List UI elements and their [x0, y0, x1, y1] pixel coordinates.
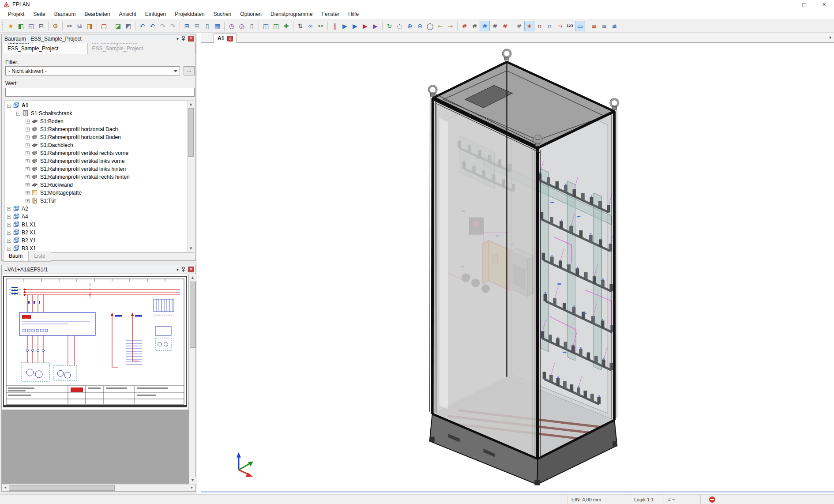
grid-size-e-icon[interactable]: # [500, 21, 510, 31]
page-macro-icon[interactable]: ◷ [226, 21, 237, 31]
expand-icon[interactable]: + [26, 183, 30, 187]
open-project-icon[interactable]: ◧ [16, 21, 26, 31]
redo-history-icon[interactable]: ↷ [168, 21, 178, 31]
copy-icon[interactable]: ⧉ [75, 21, 85, 31]
menu-projektdaten[interactable]: Projektdaten [170, 10, 209, 19]
panel-menu-dropdown-icon[interactable]: ▾ [177, 36, 179, 41]
navigate-symbol-icon[interactable]: ▶ [350, 21, 360, 31]
tab-liste[interactable]: Liste [28, 251, 51, 262]
minimize-button[interactable]: – [774, 0, 794, 10]
tree-item-s1-dachblech[interactable]: +S1:Dachblech [4, 141, 194, 149]
tree-scrollbar[interactable]: ▲ ▼ [187, 101, 194, 252]
collapse-icon[interactable]: - [16, 112, 20, 116]
filter-combobox[interactable]: - Nicht aktiviert - [5, 66, 180, 75]
expand-icon[interactable]: + [26, 199, 30, 203]
sync-selection-icon[interactable]: ∗∗ [316, 21, 326, 31]
tree-item-s1-rahmenprofil-vertikal-links-hinten[interactable]: +S1:Rahmenprofil vertikal links hinten [4, 165, 194, 173]
menu-optionen[interactable]: Optionen [236, 10, 266, 19]
panel-close-icon[interactable]: ✕ [188, 267, 194, 272]
tree-item-s1-rahmenprofil-horizontal-dach[interactable]: +S1:Rahmenprofil horizontal Dach [4, 125, 194, 133]
magnet-on-icon[interactable]: ∩ [534, 21, 545, 31]
insert-plugin-icon[interactable]: ✚ [281, 21, 291, 31]
panel-menu-dropdown-icon[interactable]: ▾ [177, 267, 179, 272]
menu-ansicht[interactable]: Ansicht [114, 10, 140, 19]
new-icon[interactable]: ★ [6, 21, 16, 31]
menu-einfügen[interactable]: Einfügen [141, 10, 170, 19]
menu-hilfe[interactable]: Hilfe [344, 10, 363, 19]
tree-item-b1-x1[interactable]: +B1.X1 [4, 221, 194, 229]
navigate-jump-icon[interactable]: ▶ [370, 21, 380, 31]
redo-icon[interactable]: ↷ [158, 21, 168, 31]
menu-bearbeiten[interactable]: Bearbeiten [80, 10, 114, 19]
grid-size-d-icon[interactable]: # [490, 21, 500, 31]
format-paint-icon[interactable]: ◪ [113, 21, 123, 31]
tree-item-s1-rahmenprofil-vertikal-links-vorne[interactable]: +S1:Rahmenprofil vertikal links vorne [4, 157, 194, 165]
magnet-off-icon[interactable]: ∩ [545, 21, 555, 31]
tree-item-s1-schaltschrank[interactable]: -S1:Schaltschrank [4, 109, 194, 117]
navigate-device-icon[interactable]: ▶ [360, 21, 370, 31]
zoom-window-icon[interactable]: ◌ [394, 21, 405, 31]
layer-gray-icon[interactable]: ≡ [599, 21, 609, 31]
tree-item-s1-rahmenprofil-horizontal-boden[interactable]: +S1:Rahmenprofil horizontal Boden [4, 133, 194, 141]
menu-seite[interactable]: Seite [29, 10, 49, 19]
view-previous-icon[interactable]: ← [435, 21, 445, 31]
tree-item-b2-y1[interactable]: +B2.Y1 [4, 237, 194, 244]
close-button[interactable]: ✕ [814, 0, 834, 10]
maximize-button[interactable]: □ [794, 0, 814, 10]
preview-vscrollbar-thumb[interactable] [190, 282, 195, 348]
menu-projekt[interactable]: Projekt [4, 10, 29, 19]
format-copy-icon[interactable]: ◩ [123, 21, 133, 31]
tree-item-s1-rahmenprofil-vertikal-rechts-vorne[interactable]: +S1:Rahmenprofil vertikal rechts vorne [4, 149, 194, 157]
menu-dienstprogramme[interactable]: Dienstprogramme [266, 10, 317, 19]
filter-browse-button[interactable]: ... [184, 66, 195, 75]
undo-history-icon[interactable]: ↶ [147, 21, 158, 31]
tree-scrollbar-thumb[interactable] [188, 108, 194, 157]
wrench-settings-icon[interactable]: ⚙ [50, 21, 60, 31]
tab-list-dropdown-icon[interactable]: ▾ [829, 35, 831, 40]
expand-icon[interactable]: + [26, 159, 30, 163]
expand-icon[interactable]: + [7, 207, 11, 211]
menu-fenster[interactable]: Fenster [317, 10, 344, 19]
bauraum-panel-header[interactable]: Bauraum - ESS_Sample_Project ▾ ✕ [2, 34, 195, 43]
collapse-icon[interactable]: - [7, 104, 11, 108]
expand-icon[interactable]: + [26, 167, 30, 171]
page-symbol-icon[interactable]: ◶ [237, 21, 247, 31]
value-display-icon[interactable]: 123 [565, 21, 575, 31]
expand-icon[interactable]: + [26, 135, 30, 139]
tab-close-icon[interactable]: x [227, 36, 233, 41]
expand-icon[interactable]: + [7, 215, 11, 219]
tab-baum[interactable]: Baum [3, 251, 28, 262]
layer-red-icon[interactable]: ≡ [589, 21, 599, 31]
toolbar-grip[interactable] [2, 22, 4, 30]
tree-item-s1-r-ckwand[interactable]: +S1:Rückwand [4, 181, 194, 189]
preview-panel-header[interactable]: =VA1+A1&EFS1/1 ▾ ✕ [2, 265, 195, 274]
coordinate-input-icon[interactable]: ▭ [575, 21, 585, 31]
snap-grid-icon[interactable]: ∗ [524, 21, 534, 31]
3d-viewport-canvas[interactable] [201, 43, 834, 493]
preview-hscrollbar[interactable]: ◄ ► [2, 484, 195, 491]
scroll-left-icon[interactable]: ◄ [2, 485, 8, 491]
tree-item-a4[interactable]: +A4 [4, 213, 194, 221]
page-copy-icon[interactable]: ▯ [247, 21, 257, 31]
undo-icon[interactable]: ↶ [137, 21, 147, 31]
paste-icon[interactable]: ◨ [85, 21, 95, 31]
grid-size-c-icon[interactable]: # [480, 21, 490, 31]
zoom-all-icon[interactable]: ◯ [425, 21, 435, 31]
print-icon[interactable]: ⊟ [36, 21, 46, 31]
tree-item-s1-montageplatte[interactable]: +S1:Montageplatte [4, 189, 194, 197]
scroll-up-icon[interactable]: ▲ [188, 101, 194, 108]
expand-icon[interactable]: + [26, 143, 30, 147]
grid-table-icon[interactable]: ▦ [212, 21, 222, 31]
layer-blue-icon[interactable]: ≢ [609, 21, 620, 31]
preview-hscrollbar-thumb[interactable] [9, 485, 115, 491]
pin-icon[interactable] [181, 36, 186, 41]
expand-icon[interactable]: + [26, 120, 30, 124]
expand-icon[interactable]: + [26, 151, 30, 155]
marquee-select-icon[interactable]: ▢ [99, 21, 109, 31]
expand-icon[interactable]: + [26, 191, 30, 195]
new-page-icon[interactable]: ▯ [202, 21, 212, 31]
preview-vscrollbar[interactable]: ▲ ▼ [189, 275, 195, 484]
tree-item-s1-boden[interactable]: +S1:Boden [4, 117, 194, 125]
tree-item-b2-x1[interactable]: +B2.X1 [4, 229, 194, 237]
check-project-icon[interactable]: ‖ [330, 21, 340, 31]
